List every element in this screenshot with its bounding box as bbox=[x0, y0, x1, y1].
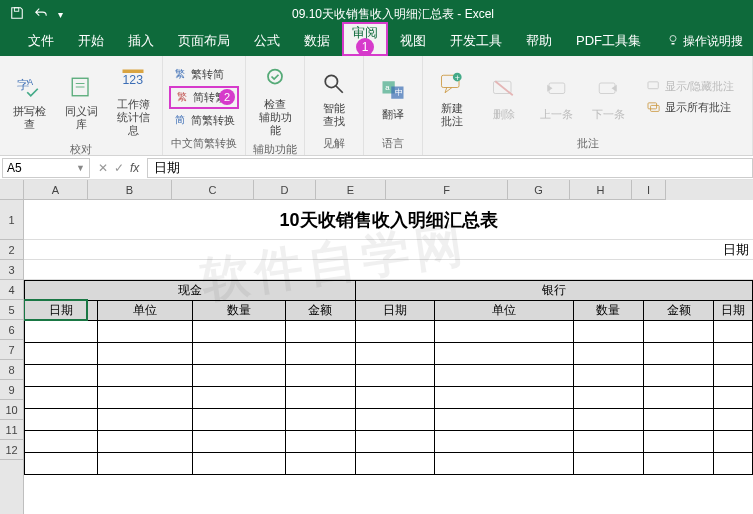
cell[interactable] bbox=[25, 387, 98, 409]
column-label[interactable]: 单位 bbox=[435, 301, 573, 321]
save-icon[interactable] bbox=[10, 6, 24, 23]
simplified-to-traditional-button[interactable]: 繁简转繁 bbox=[169, 86, 239, 109]
fx-icon[interactable]: fx bbox=[130, 161, 139, 175]
column-label[interactable]: 单位 bbox=[97, 301, 192, 321]
row-header-4[interactable]: 4 bbox=[0, 280, 23, 300]
new-comment-button[interactable]: + 新建 批注 bbox=[429, 64, 475, 130]
smart-lookup-button[interactable]: 智能 查找 bbox=[311, 64, 357, 130]
tab-file[interactable]: 文件 bbox=[16, 26, 66, 56]
cell[interactable] bbox=[285, 453, 355, 475]
cell[interactable] bbox=[435, 321, 573, 343]
cell[interactable] bbox=[644, 409, 714, 431]
name-box[interactable]: A5 ▼ bbox=[2, 158, 90, 178]
cell[interactable] bbox=[192, 321, 285, 343]
cell[interactable] bbox=[25, 321, 98, 343]
cell[interactable] bbox=[644, 343, 714, 365]
sheet-title-cell[interactable]: 10天收销售收入明细汇总表 bbox=[24, 200, 753, 240]
cell[interactable] bbox=[285, 365, 355, 387]
grid[interactable]: 10天收销售收入明细汇总表 日期 现金 银行 日期单位数量金额日期单位数量金额日… bbox=[24, 200, 753, 514]
row-header-7[interactable]: 7 bbox=[0, 340, 23, 360]
group-header-cash[interactable]: 现金 bbox=[25, 281, 356, 301]
row-header-10[interactable]: 10 bbox=[0, 400, 23, 420]
tab-review[interactable]: 审阅 bbox=[342, 22, 388, 56]
column-header-H[interactable]: H bbox=[570, 180, 632, 200]
chinese-convert-custom-button[interactable]: 简简繁转换 bbox=[169, 111, 239, 130]
column-label[interactable]: 金额 bbox=[644, 301, 714, 321]
cell[interactable] bbox=[97, 321, 192, 343]
cell[interactable] bbox=[356, 409, 435, 431]
cell[interactable] bbox=[714, 453, 753, 475]
column-label[interactable]: 日期 bbox=[25, 301, 98, 321]
cell[interactable] bbox=[192, 409, 285, 431]
tab-data[interactable]: 数据 bbox=[292, 26, 342, 56]
row-header-1[interactable]: 1 bbox=[0, 200, 23, 240]
cell[interactable] bbox=[435, 343, 573, 365]
cell[interactable] bbox=[435, 409, 573, 431]
cell[interactable] bbox=[97, 431, 192, 453]
row-header-9[interactable]: 9 bbox=[0, 380, 23, 400]
cell[interactable] bbox=[435, 453, 573, 475]
cell[interactable] bbox=[97, 409, 192, 431]
cell[interactable] bbox=[435, 365, 573, 387]
cell[interactable] bbox=[285, 387, 355, 409]
tab-insert[interactable]: 插入 bbox=[116, 26, 166, 56]
cell[interactable] bbox=[192, 343, 285, 365]
cell[interactable] bbox=[285, 409, 355, 431]
column-label[interactable]: 日期 bbox=[356, 301, 435, 321]
cell[interactable] bbox=[25, 365, 98, 387]
cell[interactable] bbox=[644, 365, 714, 387]
row-header-11[interactable]: 11 bbox=[0, 420, 23, 440]
select-all-corner[interactable] bbox=[0, 180, 24, 200]
row-3[interactable] bbox=[24, 260, 753, 280]
cell[interactable] bbox=[25, 409, 98, 431]
cell[interactable] bbox=[192, 453, 285, 475]
tab-developer[interactable]: 开发工具 bbox=[438, 26, 514, 56]
cell[interactable] bbox=[573, 387, 643, 409]
column-label[interactable]: 金额 bbox=[285, 301, 355, 321]
cell[interactable] bbox=[644, 431, 714, 453]
cell[interactable] bbox=[644, 387, 714, 409]
column-label[interactable]: 日期 bbox=[714, 301, 753, 321]
row-header-5[interactable]: 5 bbox=[0, 300, 23, 320]
cell[interactable] bbox=[356, 321, 435, 343]
column-label[interactable]: 数量 bbox=[573, 301, 643, 321]
workbook-stats-button[interactable]: 123 工作簿 统计信息 bbox=[110, 60, 156, 140]
cell[interactable] bbox=[644, 321, 714, 343]
tab-formulas[interactable]: 公式 bbox=[242, 26, 292, 56]
cell[interactable] bbox=[573, 321, 643, 343]
column-header-A[interactable]: A bbox=[24, 180, 88, 200]
chevron-down-icon[interactable]: ▼ bbox=[76, 163, 85, 173]
tab-view[interactable]: 视图 bbox=[388, 26, 438, 56]
cell[interactable] bbox=[714, 387, 753, 409]
tell-me-search[interactable]: 操作说明搜 bbox=[657, 27, 753, 56]
group-header-bank[interactable]: 银行 bbox=[356, 281, 753, 301]
check-accessibility-button[interactable]: 检查 辅助功能 bbox=[252, 60, 298, 140]
cell[interactable] bbox=[714, 409, 753, 431]
translate-button[interactable]: a中 翻译 bbox=[370, 70, 416, 123]
redo-dropdown-icon[interactable]: ▾ bbox=[58, 9, 63, 20]
column-header-G[interactable]: G bbox=[508, 180, 570, 200]
column-header-F[interactable]: F bbox=[386, 180, 508, 200]
cell[interactable] bbox=[714, 321, 753, 343]
column-header-D[interactable]: D bbox=[254, 180, 316, 200]
cell[interactable] bbox=[644, 453, 714, 475]
row-header-3[interactable]: 3 bbox=[0, 260, 23, 280]
spell-check-button[interactable]: 字A 拼写检查 bbox=[6, 67, 52, 133]
cell[interactable] bbox=[192, 365, 285, 387]
cell[interactable] bbox=[192, 387, 285, 409]
cell[interactable] bbox=[25, 453, 98, 475]
cell[interactable] bbox=[714, 343, 753, 365]
row-header-12[interactable]: 12 bbox=[0, 440, 23, 460]
cell[interactable] bbox=[573, 453, 643, 475]
cell[interactable] bbox=[25, 343, 98, 365]
column-header-I[interactable]: I bbox=[632, 180, 666, 200]
tab-help[interactable]: 帮助 bbox=[514, 26, 564, 56]
row-header-6[interactable]: 6 bbox=[0, 320, 23, 340]
formula-bar[interactable]: 日期 bbox=[147, 158, 753, 178]
tab-pdf-tools[interactable]: PDF工具集 bbox=[564, 26, 653, 56]
traditional-to-simplified-button[interactable]: 繁繁转简 bbox=[169, 65, 239, 84]
tab-home[interactable]: 开始 bbox=[66, 26, 116, 56]
column-header-C[interactable]: C bbox=[172, 180, 254, 200]
cell[interactable] bbox=[356, 387, 435, 409]
cell[interactable] bbox=[356, 453, 435, 475]
